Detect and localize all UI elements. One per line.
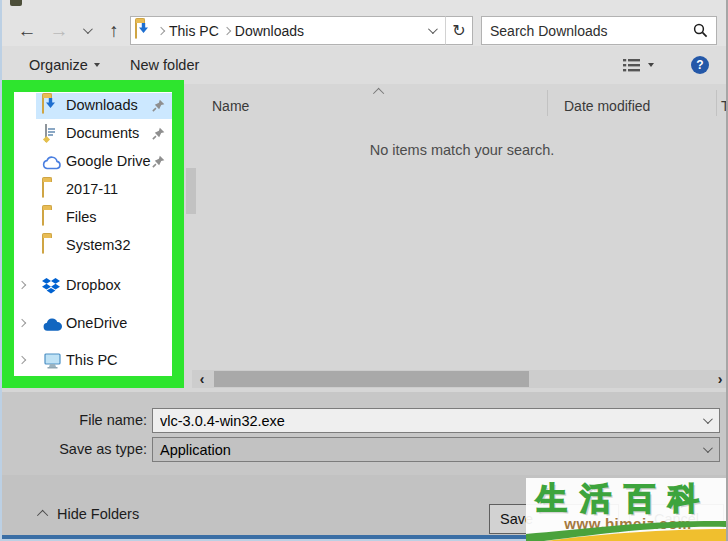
sidebar-item-files[interactable]: Files <box>14 205 172 231</box>
pin-icon[interactable] <box>152 99 165 112</box>
onedrive-cloud-icon <box>42 315 60 333</box>
google-drive-cloud-icon <box>42 153 60 171</box>
sidebar-item-system32[interactable]: System32 <box>14 233 172 259</box>
sidebar-item-this-pc[interactable]: This PC <box>14 348 172 374</box>
sidebar-item-label: Files <box>66 209 97 225</box>
forward-button[interactable]: → <box>46 15 72 46</box>
file-name-input[interactable] <box>153 413 703 429</box>
save-as-type-label: Save as type: <box>19 441 147 457</box>
hide-folders-label: Hide Folders <box>57 506 139 522</box>
search-icon <box>693 23 708 38</box>
view-dropdown-icon <box>648 63 654 67</box>
sidebar-item-label: System32 <box>66 237 130 253</box>
empty-folder-message: No items match your search. <box>198 142 726 158</box>
column-separator[interactable] <box>547 90 548 116</box>
document-icon <box>42 125 60 143</box>
horizontal-scrollbar[interactable]: ‹ › <box>192 370 728 388</box>
command-toolbar: Organize New folder ? <box>2 46 726 84</box>
recent-locations-chevron[interactable] <box>76 15 96 46</box>
change-view-button[interactable] <box>622 46 654 84</box>
search-input[interactable] <box>490 23 693 39</box>
folder-icon <box>42 181 60 199</box>
refresh-button[interactable]: ↻ <box>445 16 473 45</box>
help-button[interactable]: ? <box>691 56 709 74</box>
column-separator[interactable] <box>716 90 717 116</box>
save-as-type-dropdown-icon[interactable] <box>703 443 713 453</box>
sort-ascending-icon <box>373 88 384 99</box>
breadcrumb-separator-icon <box>223 26 231 34</box>
folder-icon <box>42 237 60 255</box>
save-as-dialog: ← → ↑ This PC Downloads ↻ Organize <box>0 0 728 541</box>
window-icon-fragment <box>10 0 22 6</box>
column-header-type-clipped[interactable]: T <box>721 98 728 114</box>
breadcrumb-downloads[interactable]: Downloads <box>235 23 304 39</box>
back-button[interactable]: ← <box>12 15 42 46</box>
title-bar-strip <box>2 0 726 15</box>
pin-icon[interactable] <box>152 127 165 140</box>
new-folder-label: New folder <box>130 57 199 73</box>
sidebar-item-label: This PC <box>66 352 118 368</box>
save-as-type-value: Application <box>153 442 703 458</box>
sidebar-item-label: OneDrive <box>66 315 127 331</box>
scroll-right-arrow[interactable]: › <box>710 370 728 388</box>
sidebar-vertical-scrollbar[interactable] <box>185 86 197 386</box>
breadcrumb-separator-icon <box>157 26 165 34</box>
sidebar-item-documents[interactable]: Documents <box>14 121 172 147</box>
downloads-folder-icon <box>42 97 60 115</box>
sidebar-item-label: Google Drive <box>66 153 151 169</box>
computer-icon <box>42 352 60 370</box>
column-header-name[interactable]: Name <box>212 98 249 114</box>
highlight-rectangle: Downloads Documents Google Drive 2017-11 <box>2 80 184 388</box>
details-view-icon <box>622 58 641 73</box>
up-button[interactable]: ↑ <box>100 15 128 46</box>
watermark-title: 生活百科 <box>526 478 728 520</box>
file-name-combobox[interactable] <box>152 408 720 433</box>
hide-folders-button[interactable]: Hide Folders <box>40 506 139 522</box>
folder-icon <box>42 209 60 227</box>
scroll-left-arrow[interactable]: ‹ <box>192 370 212 388</box>
watermark-swoosh-graphic <box>526 521 728 541</box>
horizontal-scrollbar-thumb[interactable] <box>214 371 529 387</box>
expand-chevron-icon[interactable] <box>18 281 26 289</box>
save-as-type-combobox[interactable]: Application <box>152 437 720 462</box>
navigation-sidebar: Downloads Documents Google Drive 2017-11 <box>14 92 172 376</box>
downloads-folder-icon <box>135 22 153 40</box>
dropbox-icon <box>42 277 60 295</box>
file-name-label: File name: <box>19 412 147 428</box>
expand-chevron-icon[interactable] <box>18 356 26 364</box>
sidebar-item-onedrive[interactable]: OneDrive <box>14 311 172 337</box>
sidebar-item-label: Documents <box>66 125 139 141</box>
sidebar-item-label: 2017-11 <box>66 181 118 197</box>
breadcrumb-this-pc[interactable]: This PC <box>169 23 219 39</box>
chevron-up-icon <box>37 510 48 521</box>
file-name-dropdown-icon[interactable] <box>703 414 713 424</box>
column-header-date-modified[interactable]: Date modified <box>564 98 650 114</box>
pin-icon[interactable] <box>152 155 165 168</box>
organize-label: Organize <box>29 57 88 73</box>
scrollbar-track[interactable] <box>212 370 710 388</box>
sidebar-item-label: Downloads <box>66 97 138 113</box>
expand-chevron-icon[interactable] <box>18 319 26 327</box>
organize-button[interactable]: Organize <box>29 46 100 84</box>
new-folder-button[interactable]: New folder <box>130 46 199 84</box>
sidebar-item-downloads[interactable]: Downloads <box>14 93 172 119</box>
vertical-scrollbar-thumb[interactable] <box>186 168 196 214</box>
search-box[interactable] <box>481 16 717 45</box>
sidebar-item-label: Dropbox <box>66 277 121 293</box>
address-bar[interactable]: This PC Downloads <box>130 16 446 45</box>
watermark: 生活百科 www.bimeiz.com <box>526 478 728 541</box>
sidebar-item-2017-11[interactable]: 2017-11 <box>14 177 172 203</box>
navigation-bar: ← → ↑ This PC Downloads ↻ <box>2 15 726 46</box>
address-dropdown-chevron-icon[interactable] <box>428 24 438 34</box>
file-name-section: File name: Save as type: Application <box>2 392 726 475</box>
sidebar-item-google-drive[interactable]: Google Drive <box>14 149 172 175</box>
sidebar-item-dropbox[interactable]: Dropbox <box>14 273 172 299</box>
organize-dropdown-icon <box>94 63 100 67</box>
